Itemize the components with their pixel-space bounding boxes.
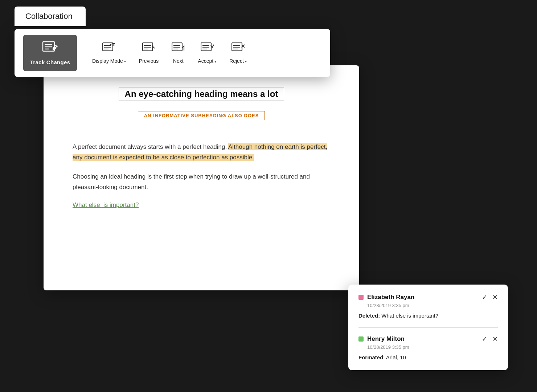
track-changes-icon (42, 41, 58, 57)
next-button[interactable]: Next (165, 40, 191, 67)
comment-dot-1 (358, 295, 364, 300)
collaboration-tab[interactable]: Collaboration (15, 7, 86, 26)
comment-text-2: Formated: Arial, 10 (358, 354, 498, 362)
comment-author-row-1: Elizabeth Rayan (358, 294, 414, 301)
comment-type-2: Formated (358, 354, 383, 360)
comment-content-1: What else is important? (381, 313, 438, 319)
track-changes-label: Track Changes (30, 59, 70, 65)
comment-author-row-2: Henry Milton (358, 335, 405, 343)
comment-entry-2: Henry Milton ✓ ✕ 10/28/2019 3:35 pm Form… (358, 335, 498, 362)
display-mode-button[interactable]: Display Mode▾ (86, 40, 132, 67)
track-changes-button[interactable]: Track Changes (23, 35, 77, 71)
document-subheading: AN INFORMATIVE SUBHEADING ALSO DOES (138, 111, 265, 120)
comment-date-2: 10/28/2019 3:35 pm (367, 344, 498, 350)
display-mode-icon (102, 42, 115, 56)
reject-label: Reject▾ (229, 58, 247, 64)
accept-icon (201, 42, 214, 56)
comment-actions-1: ✓ ✕ (482, 293, 498, 301)
reject-icon (231, 42, 245, 56)
document-paragraph-2: Choosing an ideal heading is the first s… (73, 172, 330, 193)
comment-author-2: Henry Milton (367, 335, 405, 343)
comment-author-1: Elizabeth Rayan (367, 294, 414, 301)
deleted-link: What else is important? (73, 201, 139, 208)
previous-icon (142, 42, 155, 56)
comment-date-1: 10/28/2019 3:35 pm (367, 303, 498, 308)
next-icon (172, 42, 185, 56)
document-paragraph-1: A perfect document always starts with a … (73, 142, 330, 163)
comment-actions-2: ✓ ✕ (482, 335, 498, 343)
deleted-link-wrapper: What else is important? (73, 201, 330, 209)
comment-card: Elizabeth Rayan ✓ ✕ 10/28/2019 3:35 pm D… (348, 285, 508, 370)
comment-type-1: Deleted: (358, 313, 380, 319)
document-heading: An eye-catching heading means a lot (119, 87, 284, 101)
comment-content-2: : Arial, 10 (383, 354, 406, 360)
comment-header-2: Henry Milton ✓ ✕ (358, 335, 498, 343)
tab-label: Collaboration (25, 12, 73, 21)
comment-header-1: Elizabeth Rayan ✓ ✕ (358, 293, 498, 301)
comment-accept-2[interactable]: ✓ (482, 335, 487, 343)
document-card: An eye-catching heading means a lot AN I… (44, 65, 359, 290)
comment-dot-2 (358, 336, 364, 342)
accept-label: Accept▾ (198, 58, 216, 64)
comment-reject-2[interactable]: ✕ (492, 335, 498, 343)
accept-button[interactable]: Accept▾ (191, 40, 223, 67)
comment-accept-1[interactable]: ✓ (482, 293, 487, 301)
comment-divider (358, 327, 498, 328)
reject-button[interactable]: Reject▾ (223, 40, 253, 67)
previous-button[interactable]: Previous (132, 40, 165, 67)
comment-reject-1[interactable]: ✕ (492, 293, 498, 301)
previous-label: Previous (139, 58, 159, 64)
display-mode-label: Display Mode▾ (92, 58, 126, 64)
comment-text-1: Deleted: What else is important? (358, 312, 498, 320)
paragraph-1-plain: A perfect document always starts with a … (73, 143, 228, 150)
next-label: Next (173, 58, 184, 64)
toolbar: Track Changes Display Mode▾ (15, 29, 330, 77)
comment-entry-1: Elizabeth Rayan ✓ ✕ 10/28/2019 3:35 pm D… (358, 293, 498, 320)
